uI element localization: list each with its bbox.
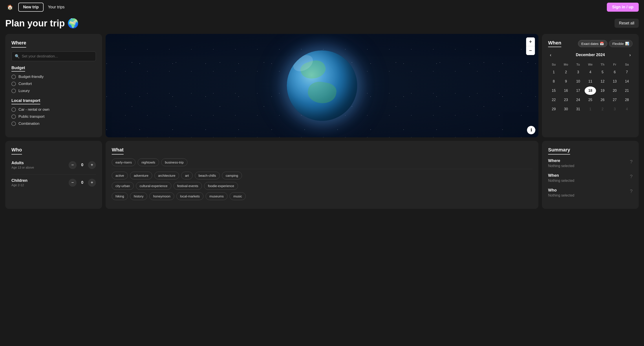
what-panel: What early-risersnightowlsbusiness-trip … — [106, 141, 538, 209]
cal-day-6[interactable]: 6 — [609, 68, 620, 76]
tag-business-trip[interactable]: business-trip — [161, 158, 188, 166]
flexible-button[interactable]: Flexible 📊 — [609, 40, 632, 47]
transport-option-0: Car - rental or own — [18, 107, 50, 112]
cal-day-9[interactable]: 9 — [560, 77, 572, 86]
cal-day-20[interactable]: 20 — [609, 87, 620, 95]
cal-day-1[interactable]: 1 — [548, 68, 559, 76]
reset-all-button[interactable]: Reset all — [614, 19, 639, 28]
cal-day-21[interactable]: 21 — [621, 87, 632, 95]
cal-day-23[interactable]: 23 — [560, 96, 572, 104]
tag-art[interactable]: art — [181, 172, 193, 179]
cal-day-26[interactable]: 26 — [597, 96, 608, 104]
adults-decrement-button[interactable]: − — [68, 161, 76, 169]
summary-who-label: Who — [548, 188, 574, 193]
when-header: When Exact dates 📅 Flexible 📊 — [548, 40, 632, 47]
cal-day-31[interactable]: 31 — [572, 105, 584, 113]
cal-day-2[interactable]: 2 — [560, 68, 572, 76]
tag-cultural-experience[interactable]: cultural-experience — [136, 182, 171, 190]
children-count: 0 — [80, 180, 84, 185]
tag-camping[interactable]: camping — [222, 172, 242, 179]
cal-day-next-1[interactable]: 1 — [584, 105, 596, 113]
tag-foodie-experience[interactable]: foodie-experience — [204, 182, 238, 190]
budget-comfort[interactable]: Comfort — [12, 82, 96, 86]
tag-active[interactable]: active — [112, 172, 128, 179]
tag-music[interactable]: music — [230, 192, 246, 200]
home-button[interactable]: 🏠 — [5, 4, 15, 11]
transport-combination[interactable]: Combination — [12, 122, 96, 126]
map-info-button[interactable]: ℹ — [527, 126, 535, 134]
cal-day-11[interactable]: 11 — [584, 77, 596, 86]
tag-early-risers[interactable]: early-risers — [112, 158, 136, 166]
what-tag-row-2: activeadventurearchitectureartbeach-chil… — [112, 172, 532, 179]
tag-nightowls[interactable]: nightowls — [138, 158, 159, 166]
cal-day-next-4[interactable]: 4 — [621, 105, 632, 113]
budget-option-1: Comfort — [18, 82, 32, 86]
tag-honeymoon[interactable]: honeymoon — [149, 192, 174, 200]
transport-public[interactable]: Public transport — [12, 114, 96, 119]
children-increment-button[interactable]: + — [88, 179, 96, 187]
prev-month-button[interactable]: ‹ — [548, 52, 553, 58]
tag-beach-chills[interactable]: beach-chills — [195, 172, 220, 179]
new-trip-button[interactable]: New trip — [18, 3, 44, 12]
children-row: Children Age 2-12 − 0 + — [12, 178, 96, 187]
tag-adventure[interactable]: adventure — [130, 172, 152, 179]
cal-day-24[interactable]: 24 — [572, 96, 584, 104]
cal-day-header: Fr — [609, 62, 620, 67]
transport-car[interactable]: Car - rental or own — [12, 107, 96, 112]
cal-day-30[interactable]: 30 — [560, 105, 572, 113]
summary-who: Who Nothing selected ? — [548, 188, 632, 197]
children-label: Children — [12, 178, 28, 183]
budget-budget-friendly[interactable]: Budget-friendly — [12, 75, 96, 79]
cal-day-17[interactable]: 17 — [572, 87, 584, 95]
sign-in-button[interactable]: Sign in / up — [607, 3, 639, 12]
your-trips-link[interactable]: Your trips — [47, 3, 65, 11]
cal-day-14[interactable]: 14 — [621, 77, 632, 86]
tag-festival-events[interactable]: festival-events — [174, 182, 202, 190]
cal-day-15[interactable]: 15 — [548, 87, 559, 95]
summary-when-row: When Nothing selected ? — [548, 173, 632, 183]
radio-circle — [12, 114, 16, 119]
main-grid: Where 🔍 Budget Budget-friendly Comfort L… — [0, 30, 644, 212]
summary-when-label: When — [548, 173, 574, 178]
summary-when-value: Nothing selected — [548, 179, 574, 183]
children-decrement-button[interactable]: − — [68, 179, 76, 187]
tag-city-urban[interactable]: city-urban — [112, 182, 134, 190]
cal-day-22[interactable]: 22 — [548, 96, 559, 104]
zoom-in-button[interactable]: + — [526, 38, 535, 46]
summary-where-row: Where Nothing selected ? — [548, 158, 632, 168]
cal-day-13[interactable]: 13 — [609, 77, 620, 86]
cal-day-next-3[interactable]: 3 — [609, 105, 620, 113]
cal-day-27[interactable]: 27 — [609, 96, 620, 104]
cal-day-3[interactable]: 3 — [572, 68, 584, 76]
adults-increment-button[interactable]: + — [88, 161, 96, 169]
cal-day-12[interactable]: 12 — [597, 77, 608, 86]
cal-day-10[interactable]: 10 — [572, 77, 584, 86]
summary-who-value: Nothing selected — [548, 193, 574, 197]
cal-day-25[interactable]: 25 — [584, 96, 596, 104]
adults-section: Adults Age 13 or above − 0 + — [12, 161, 96, 169]
cal-day-8[interactable]: 8 — [548, 77, 559, 86]
tag-history[interactable]: history — [130, 192, 147, 200]
tag-local-markets[interactable]: local-markets — [176, 192, 204, 200]
tag-architecture[interactable]: architecture — [154, 172, 179, 179]
cal-day-16[interactable]: 16 — [560, 87, 572, 95]
who-panel: Who Adults Age 13 or above − 0 + Childre… — [5, 141, 102, 209]
cal-day-4[interactable]: 4 — [584, 68, 596, 76]
transport-group: Car - rental or own Public transport Com… — [12, 107, 96, 126]
cal-day-header: Su — [548, 62, 559, 67]
cal-day-next-2[interactable]: 2 — [597, 105, 608, 113]
cal-day-19[interactable]: 19 — [597, 87, 608, 95]
exact-dates-button[interactable]: Exact dates 📅 — [578, 40, 607, 47]
cal-day-28[interactable]: 28 — [621, 96, 632, 104]
cal-day-18[interactable]: 18 — [584, 87, 596, 95]
budget-luxury[interactable]: Luxury — [12, 89, 96, 93]
next-month-button[interactable]: › — [628, 52, 632, 58]
cal-day-7[interactable]: 7 — [621, 68, 632, 76]
cal-day-29[interactable]: 29 — [548, 105, 559, 113]
tag-museums[interactable]: museums — [206, 192, 228, 200]
destination-input[interactable] — [22, 54, 92, 59]
zoom-out-button[interactable]: − — [526, 46, 535, 55]
what-divider-1 — [112, 169, 532, 169]
tag-hiking[interactable]: hiking — [112, 192, 128, 200]
cal-day-5[interactable]: 5 — [597, 68, 608, 76]
